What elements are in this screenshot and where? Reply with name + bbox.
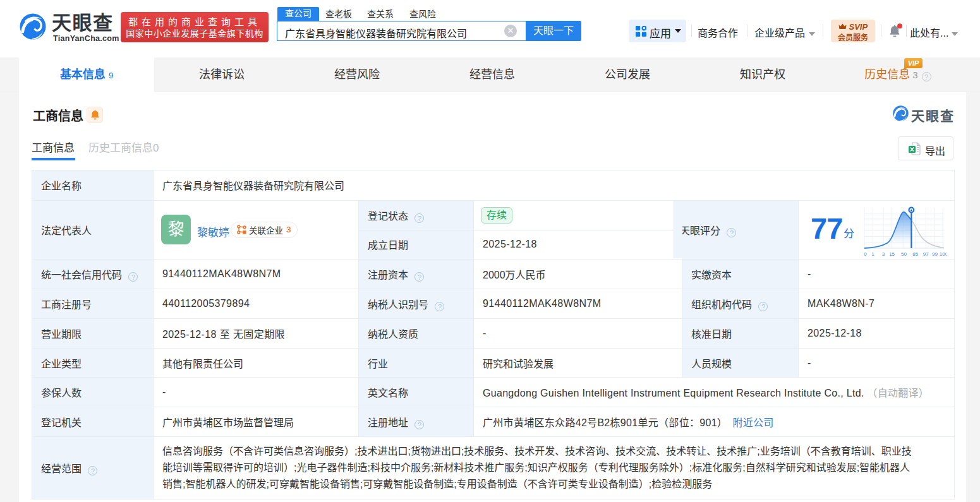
- svg-text:1: 1: [871, 251, 874, 257]
- svg-text:85: 85: [912, 251, 918, 257]
- svg-text:100: 100: [940, 251, 947, 257]
- svg-text:15: 15: [889, 251, 895, 257]
- svg-text:50: 50: [901, 251, 907, 257]
- svg-text:97: 97: [923, 251, 929, 257]
- svg-text:0: 0: [864, 251, 867, 257]
- svg-text:99: 99: [932, 251, 938, 257]
- svg-text:3: 3: [882, 251, 885, 257]
